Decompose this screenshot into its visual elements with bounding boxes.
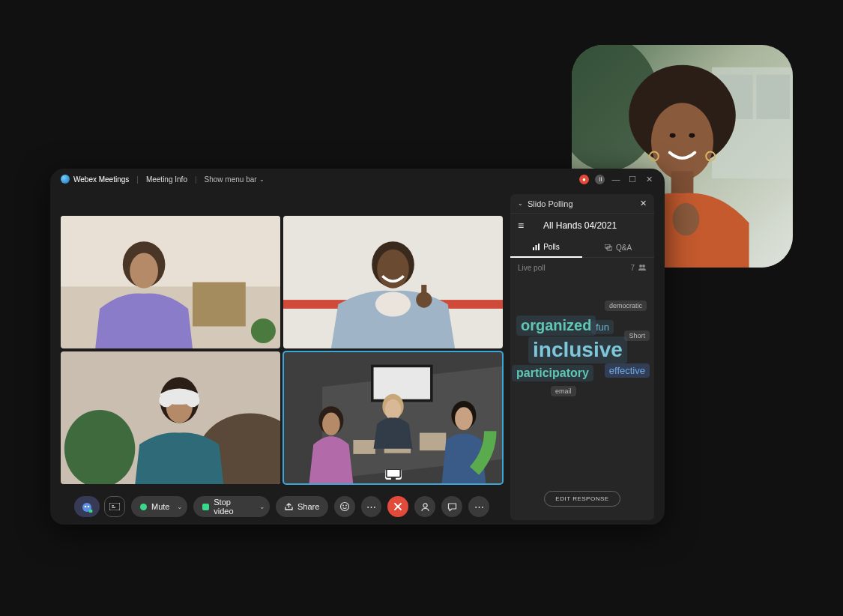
svg-point-32: [186, 393, 200, 407]
word-cloud: democratic organized fun Short inclusive…: [510, 278, 654, 480]
window-controls: ● ⏸ — ☐ ✕: [579, 174, 654, 184]
close-button[interactable]: ✕: [644, 174, 654, 184]
participant-tile-active[interactable]: [283, 351, 503, 484]
svg-point-8: [673, 203, 700, 236]
microphone-icon: [140, 504, 147, 510]
svg-rect-52: [109, 503, 120, 510]
participant-count: 7: [630, 264, 635, 272]
participant-tile[interactable]: [61, 216, 280, 348]
panel-options-button[interactable]: ⋯: [468, 496, 489, 517]
svg-rect-59: [533, 247, 534, 250]
svg-rect-39: [353, 440, 375, 454]
svg-point-65: [642, 265, 645, 268]
minimize-button[interactable]: —: [611, 174, 621, 184]
svg-point-58: [423, 503, 426, 507]
title-bar: Webex Meetings | Meeting Info | Show men…: [50, 169, 665, 190]
panel-tabs: Polls Q&A: [510, 238, 654, 258]
svg-point-18: [251, 318, 276, 343]
captions-button[interactable]: [104, 496, 125, 517]
pause-icon[interactable]: ⏸: [595, 175, 605, 184]
svg-rect-25: [421, 285, 426, 298]
chat-button[interactable]: [441, 496, 462, 517]
share-button[interactable]: Share: [276, 496, 328, 517]
stop-video-label: Stop video: [214, 498, 252, 516]
more-options-button[interactable]: ⋯: [361, 496, 382, 517]
svg-rect-7: [671, 171, 694, 193]
word-participatory: participatory: [512, 365, 593, 381]
svg-rect-60: [536, 245, 537, 250]
svg-point-23: [375, 292, 411, 316]
participants-button[interactable]: [414, 496, 435, 517]
participant-tile[interactable]: [283, 216, 503, 348]
svg-point-55: [341, 503, 349, 511]
maximize-button[interactable]: ☐: [627, 174, 638, 184]
svg-rect-15: [193, 283, 246, 327]
svg-point-50: [88, 506, 90, 508]
slido-panel: ⌄ Slido Polling ✕ ≡ All Hands 04/2021 Po…: [510, 194, 654, 520]
people-icon: [638, 264, 647, 272]
separator: |: [195, 175, 197, 184]
svg-rect-36: [374, 367, 431, 399]
svg-point-41: [322, 412, 340, 435]
svg-point-43: [385, 399, 401, 420]
word-email: email: [551, 386, 576, 396]
chevron-down-icon[interactable]: ⌄: [518, 200, 523, 207]
control-bar: Mute ⌄ Stop video ⌄ Share ⋯: [61, 489, 503, 525]
qa-label: Q&A: [616, 244, 632, 252]
qa-icon: [605, 244, 612, 251]
webex-logo-icon: [61, 175, 70, 184]
word-inclusive: inclusive: [528, 336, 627, 363]
svg-rect-61: [538, 244, 540, 250]
close-panel-button[interactable]: ✕: [640, 199, 647, 208]
svg-rect-46: [386, 469, 400, 477]
reactions-button[interactable]: [334, 496, 355, 517]
svg-rect-47: [390, 477, 395, 480]
svg-point-57: [345, 505, 347, 507]
share-icon: [285, 503, 293, 511]
menu-bar-label: Show menu bar: [205, 175, 257, 184]
show-menu-bar-toggle[interactable]: Show menu bar ⌄: [205, 175, 265, 184]
separator: |: [136, 175, 139, 184]
chevron-down-icon[interactable]: ⌄: [259, 503, 265, 510]
live-poll-label: Live poll: [518, 264, 630, 272]
svg-rect-3: [757, 75, 791, 119]
svg-point-31: [159, 393, 173, 407]
stop-video-button[interactable]: Stop video ⌄: [193, 496, 270, 517]
person-icon: [420, 502, 430, 512]
svg-rect-38: [420, 433, 446, 451]
svg-point-12: [689, 133, 695, 138]
meeting-info-link[interactable]: Meeting Info: [146, 175, 187, 184]
app-name: Webex Meetings: [73, 175, 129, 184]
chevron-down-icon: ⌄: [259, 176, 265, 183]
svg-rect-53: [112, 505, 114, 507]
smile-icon: [339, 501, 350, 512]
app-brand: Webex Meetings: [61, 175, 129, 184]
edit-response-button[interactable]: EDIT RESPONSE: [544, 491, 620, 507]
word-fun: fun: [591, 320, 614, 334]
tab-qa[interactable]: Q&A: [582, 238, 654, 258]
meeting-window: Webex Meetings | Meeting Info | Show men…: [50, 169, 665, 525]
svg-point-45: [455, 407, 473, 430]
svg-point-64: [639, 265, 642, 268]
mute-button[interactable]: Mute ⌄: [131, 496, 187, 517]
word-organized: organized: [516, 315, 596, 336]
bar-chart-icon: [533, 244, 540, 250]
chevron-down-icon[interactable]: ⌄: [177, 503, 183, 510]
svg-rect-54: [112, 507, 115, 509]
word-short: Short: [624, 330, 650, 341]
ellipsis-icon: ⋯: [366, 501, 376, 513]
word-effective: effective: [605, 363, 650, 378]
end-call-button[interactable]: [387, 496, 408, 517]
chat-icon: [447, 502, 457, 512]
assistant-button[interactable]: [74, 496, 100, 517]
svg-point-49: [85, 506, 87, 508]
ellipsis-icon: ⋯: [474, 501, 484, 513]
record-indicator-icon[interactable]: ●: [579, 175, 589, 184]
camera-icon: [202, 504, 209, 510]
hamburger-icon[interactable]: ≡: [518, 220, 524, 232]
word-democratic: democratic: [605, 301, 647, 311]
svg-point-11: [670, 133, 676, 138]
screen-share-icon: [385, 469, 402, 480]
participant-tile[interactable]: [61, 351, 280, 484]
tab-polls[interactable]: Polls: [510, 238, 582, 258]
